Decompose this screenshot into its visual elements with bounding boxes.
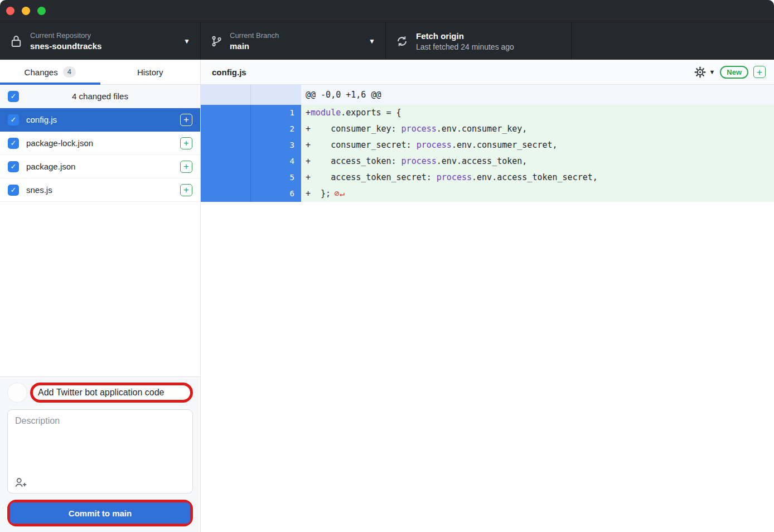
diff-hunk-header: @@ -0,0 +1,6 @@ <box>301 85 774 105</box>
branch-name: main <box>230 41 363 51</box>
diff-line: 2+ consumer_key: process.env.consumer_ke… <box>201 121 774 137</box>
person-plus-icon <box>14 477 27 488</box>
file-checkbox[interactable]: ✓ <box>8 138 19 149</box>
diff-line: 5+ access_token_secret: process.env.acce… <box>201 170 774 186</box>
diff-line-gutter[interactable]: 4 <box>201 153 301 170</box>
diff-line-gutter[interactable]: 3 <box>201 137 301 153</box>
code-segment: .env.consumer_secret, <box>452 140 558 150</box>
file-row[interactable]: ✓package-lock.json+ <box>0 132 200 155</box>
diff-line: 1+module.exports = { <box>201 105 774 121</box>
old-line-number-cell <box>201 186 251 202</box>
diff-line-gutter[interactable]: 1 <box>201 105 301 121</box>
lock-icon <box>10 35 22 48</box>
code-segment: process <box>401 156 437 166</box>
git-branch-icon <box>211 35 222 47</box>
file-name: config.js <box>26 115 57 124</box>
changed-files-summary: 4 changed files <box>0 91 200 101</box>
file-row[interactable]: ✓package.json+ <box>0 155 200 178</box>
current-branch-dropdown[interactable]: Current Branch main ▼ <box>201 22 386 60</box>
new-line-number: 6 <box>251 186 301 202</box>
fetch-origin-label: Fetch origin <box>416 31 561 41</box>
current-repository-dropdown[interactable]: Current Repository snes-soundtracks ▼ <box>0 22 201 60</box>
diff-line: 6+ };⊘↵ <box>201 186 774 202</box>
annotation-highlight <box>30 383 193 403</box>
minimize-window-button[interactable] <box>22 7 30 15</box>
file-name: snes.js <box>26 185 52 195</box>
sync-icon <box>396 35 408 47</box>
new-line-number: 5 <box>251 170 301 186</box>
code-segment: .env.access_token_secret, <box>472 172 598 182</box>
diff-file-title: config.js <box>212 67 246 77</box>
file-checkbox[interactable]: ✓ <box>8 114 19 125</box>
commit-button-branch: main <box>112 509 132 518</box>
diff-options-button[interactable]: ▼ <box>694 66 715 78</box>
code-segment: + consumer_key: <box>306 124 401 134</box>
file-checkbox[interactable]: ✓ <box>8 185 19 196</box>
diff-line-code: + consumer_key: process.env.consumer_key… <box>301 121 774 137</box>
old-line-number-cell <box>201 121 251 137</box>
file-row[interactable]: ✓config.js+ <box>0 108 200 132</box>
old-line-number-cell <box>201 105 251 121</box>
sidebar-tabs: Changes 4 History <box>0 60 200 85</box>
code-segment: .env.access_token, <box>437 156 528 166</box>
diff-empty-space <box>201 202 774 532</box>
diff-hunk-gutter <box>201 85 301 105</box>
file-list-empty-space <box>0 202 200 376</box>
new-line-number: 1 <box>251 105 301 121</box>
diff-panel: config.js <box>201 60 774 532</box>
tab-history[interactable]: History <box>100 60 201 84</box>
added-file-status-icon: + <box>753 66 766 78</box>
branch-label: Current Branch <box>230 31 363 40</box>
chevron-down-icon: ▼ <box>369 37 375 45</box>
diff-line-code: + consumer_secret: process.env.consumer_… <box>301 137 774 153</box>
diff-header: config.js <box>201 60 774 85</box>
new-line-number: 4 <box>251 153 301 170</box>
no-newline-marker-icon: ⊘↵ <box>334 188 345 199</box>
diff-line-code: + };⊘↵ <box>301 186 774 202</box>
added-status-icon: + <box>180 114 192 126</box>
file-checkbox[interactable]: ✓ <box>8 161 19 172</box>
commit-description-box <box>7 409 193 494</box>
file-name: package-lock.json <box>26 138 93 148</box>
gear-icon <box>694 66 706 78</box>
code-segment: .exports = { <box>341 108 401 118</box>
fetch-origin-button[interactable]: Fetch origin Last fetched 24 minutes ago <box>386 22 572 60</box>
chevron-down-icon: ▼ <box>183 37 190 45</box>
changes-sidebar: Changes 4 History ✓ 4 changed files ✓con… <box>0 60 201 532</box>
file-row[interactable]: ✓snes.js+ <box>0 178 200 202</box>
old-line-number-cell <box>201 170 251 186</box>
code-segment: process <box>417 140 452 150</box>
added-status-icon: + <box>180 161 192 173</box>
commit-summary-input[interactable] <box>38 388 185 398</box>
commit-panel: Commit to main <box>0 376 200 532</box>
github-desktop-window: Current Repository snes-soundtracks ▼ Cu… <box>0 0 774 532</box>
repository-name: snes-soundtracks <box>30 41 178 51</box>
commit-description-input[interactable] <box>15 416 185 474</box>
new-line-number: 2 <box>251 121 301 137</box>
code-segment: + <box>306 108 311 118</box>
diff-line-code: + access_token_secret: process.env.acces… <box>301 170 774 186</box>
last-fetched-status: Last fetched 24 minutes ago <box>416 42 561 51</box>
tab-history-label: History <box>137 67 163 77</box>
repository-label: Current Repository <box>30 31 178 40</box>
toolbar: Current Repository snes-soundtracks ▼ Cu… <box>0 22 774 60</box>
diff-line-gutter[interactable]: 2 <box>201 121 301 137</box>
diff-line-gutter[interactable]: 6 <box>201 186 301 202</box>
add-coauthor-button[interactable] <box>14 477 27 488</box>
diff-line-code: + access_token: process.env.access_token… <box>301 153 774 170</box>
code-segment: process <box>401 124 437 134</box>
zoom-window-button[interactable] <box>37 7 46 15</box>
code-segment: module <box>311 108 341 118</box>
code-segment: + }; <box>306 188 331 199</box>
code-segment: + consumer_secret: <box>306 140 417 150</box>
tab-changes[interactable]: Changes 4 <box>0 60 100 84</box>
added-status-icon: + <box>180 184 192 196</box>
avatar <box>7 383 27 403</box>
diff-lines: 1+module.exports = {2+ consumer_key: pro… <box>201 105 774 202</box>
diff-line-gutter[interactable]: 5 <box>201 170 301 186</box>
code-segment: + access_token_secret: <box>306 172 437 182</box>
file-name: package.json <box>26 162 75 171</box>
close-window-button[interactable] <box>6 7 14 15</box>
commit-to-main-button[interactable]: Commit to main <box>10 502 190 524</box>
diff-view: @@ -0,0 +1,6 @@ 1+module.exports = {2+ c… <box>201 85 774 532</box>
